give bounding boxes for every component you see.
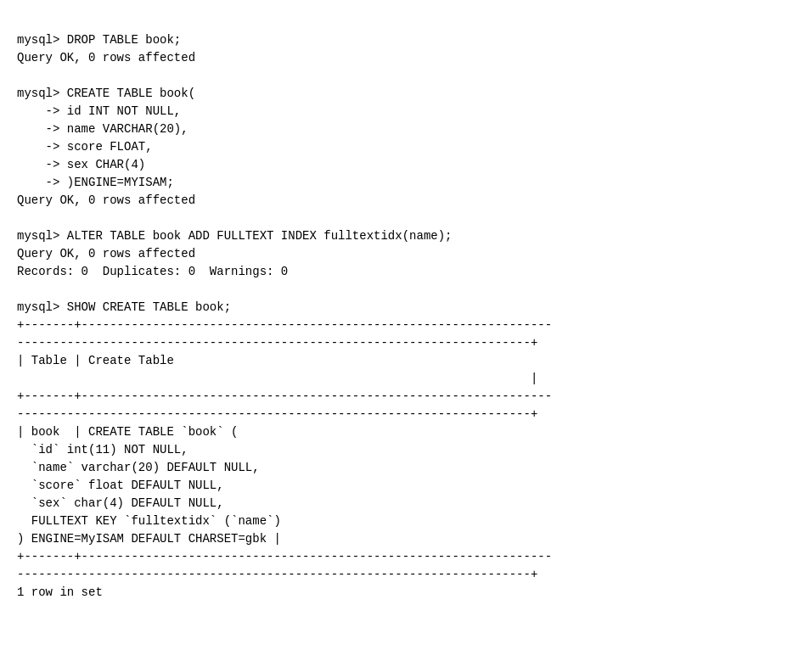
terminal-line: | Table | Create Table xyxy=(17,352,776,370)
terminal-line: +-------+-------------------------------… xyxy=(17,548,776,566)
terminal-line: FULLTEXT KEY `fulltextidx` (`name`) xyxy=(17,512,776,530)
terminal-line: Query OK, 0 rows affected xyxy=(17,192,776,210)
terminal-line: Records: 0 Duplicates: 0 Warnings: 0 xyxy=(17,263,776,281)
terminal-line: +-------+-------------------------------… xyxy=(17,388,776,406)
terminal-line: ) ENGINE=MyISAM DEFAULT CHARSET=gbk | xyxy=(17,530,776,548)
terminal-line: `sex` char(4) DEFAULT NULL, xyxy=(17,495,776,512)
terminal-line: mysql> ALTER TABLE book ADD FULLTEXT IND… xyxy=(17,227,776,245)
terminal-line: -> )ENGINE=MYISAM; xyxy=(17,174,776,192)
terminal-line: `score` float DEFAULT NULL, xyxy=(17,477,776,495)
terminal-line: | book | CREATE TABLE `book` ( xyxy=(17,423,776,441)
terminal-line xyxy=(17,67,776,85)
terminal-line: -> score FLOAT, xyxy=(17,138,776,156)
terminal-line: -> sex CHAR(4) xyxy=(17,156,776,174)
terminal-line xyxy=(17,281,776,299)
terminal-line: ----------------------------------------… xyxy=(17,566,776,584)
terminal-line: +-------+-------------------------------… xyxy=(17,316,776,334)
terminal-line: | xyxy=(17,370,776,388)
terminal-line: Query OK, 0 rows affected xyxy=(17,245,776,263)
terminal-line: 1 row in set xyxy=(17,584,776,602)
terminal-line: -> name VARCHAR(20), xyxy=(17,120,776,138)
terminal-output: mysql> DROP TABLE book;Query OK, 0 rows … xyxy=(17,14,776,602)
terminal-line: mysql> CREATE TABLE book( xyxy=(17,85,776,103)
terminal-line: `name` varchar(20) DEFAULT NULL, xyxy=(17,459,776,477)
terminal-line: -> id INT NOT NULL, xyxy=(17,103,776,120)
terminal-line: Query OK, 0 rows affected xyxy=(17,49,776,67)
terminal-line: mysql> DROP TABLE book; xyxy=(17,31,776,49)
terminal-line xyxy=(17,210,776,227)
terminal-line: mysql> SHOW CREATE TABLE book; xyxy=(17,299,776,316)
terminal-line: `id` int(11) NOT NULL, xyxy=(17,441,776,459)
terminal-line: ----------------------------------------… xyxy=(17,406,776,423)
terminal-line: ----------------------------------------… xyxy=(17,334,776,352)
